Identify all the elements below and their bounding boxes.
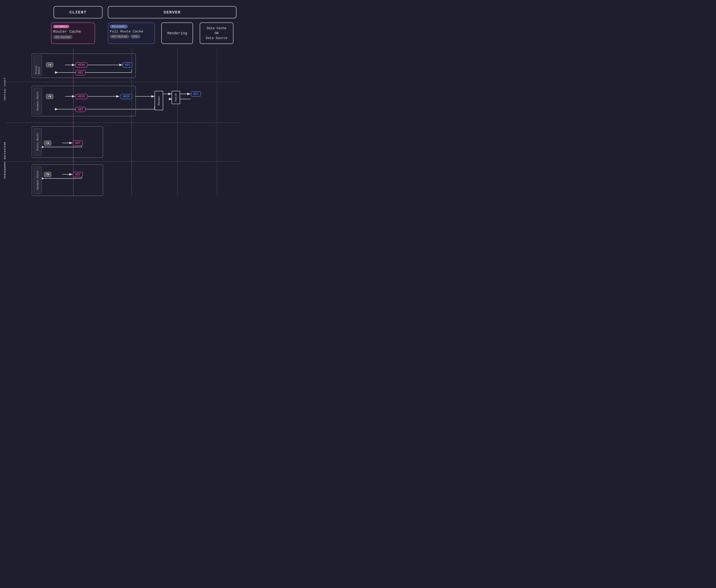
persistent-badge: Persistent xyxy=(110,25,128,28)
sub-dynamic-outer-box xyxy=(32,164,103,196)
render-box: Render xyxy=(155,91,163,110)
hit-label-static: HIT xyxy=(123,62,132,68)
hit-label-sub-dynamic: HIT xyxy=(73,172,83,177)
set-label-dynamic: SET xyxy=(76,107,86,112)
sub-static-route-label: Static Route xyxy=(34,128,42,156)
sub-static-outer-box xyxy=(32,126,103,158)
route-a-label-2: /a xyxy=(44,141,51,146)
set-label-static: SET xyxy=(76,70,86,75)
hit-label-dynamic: HIT xyxy=(191,91,201,97)
miss-label-static: MISS xyxy=(76,62,87,68)
fetch-box: Fetch xyxy=(171,91,180,104)
hit-label-sub-static: HIT xyxy=(73,141,83,146)
dynamic-route-label: Dynamic Route xyxy=(34,88,42,114)
in-memory-badge: In-memory xyxy=(53,25,69,28)
diagram: CLIENT SERVER In-memory Router Cache RSC… xyxy=(0,0,245,200)
route-a-label-1: /a xyxy=(46,62,53,67)
hline-1 xyxy=(6,82,239,82)
data-cache-box: Data CacheORData Source xyxy=(200,22,233,44)
rsc-payload-badge-router: RSC Payload xyxy=(53,35,73,39)
client-label: CLIENT xyxy=(69,10,87,15)
route-b-label-2: /b xyxy=(44,172,51,177)
rendering-box: Rendering xyxy=(161,22,193,44)
static-route-label: Static Route xyxy=(34,56,42,76)
initial-visit-label: INITIAL VISIT xyxy=(4,57,6,121)
client-header: CLIENT xyxy=(54,6,103,18)
rendering-title: Rendering xyxy=(167,31,187,35)
full-route-cache-box: Persistent Full Route Cache RSC Payload … xyxy=(108,22,155,44)
html-badge: HTML xyxy=(130,35,140,38)
route-b-label-1: /b xyxy=(46,94,53,99)
server-header: SERVER xyxy=(108,6,237,18)
miss-label-dynamic: MISS xyxy=(76,94,87,99)
rsc-payload-badge-full: RSC Payload xyxy=(110,35,129,38)
hline-2 xyxy=(6,123,239,123)
hline-3 xyxy=(6,161,239,162)
router-cache-box: In-memory Router Cache RSC Payload xyxy=(51,22,95,44)
sub-dynamic-route-label: Dynamic Route xyxy=(34,166,42,194)
subsequent-nav-label: SUBSEQUENT NAVIGATION xyxy=(4,126,6,195)
skip-label: SKIP xyxy=(121,94,132,99)
data-cache-title: Data CacheORData Source xyxy=(206,26,227,41)
router-cache-title: Router Cache xyxy=(53,29,93,34)
server-label: SERVER xyxy=(164,10,181,15)
full-route-cache-title: Full Route Cache xyxy=(110,29,153,34)
